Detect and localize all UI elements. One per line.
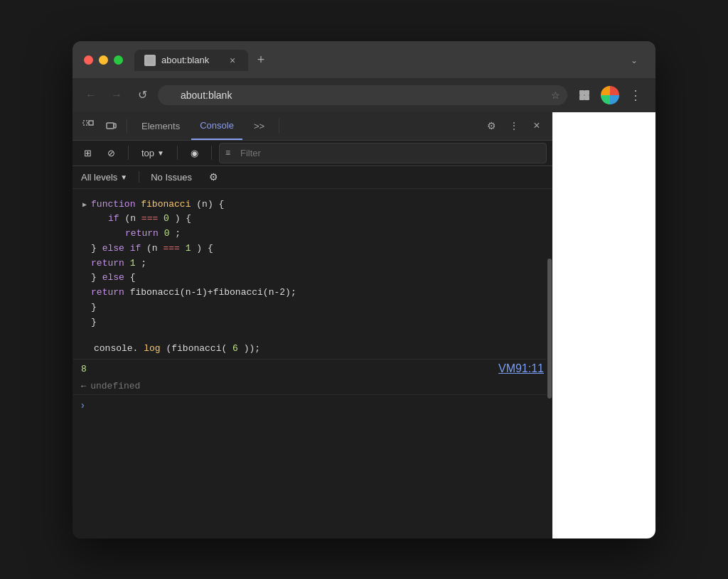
tab-elements[interactable]: Elements — [133, 112, 188, 141]
svg-rect-0 — [146, 57, 154, 64]
output-row: 8 VM91:11 — [73, 359, 552, 378]
title-bar: about:blank × + ⌄ — [73, 41, 655, 78]
main-content: Elements Console >> ⚙ ⋮ × — [73, 112, 655, 539]
back-button[interactable]: ← — [81, 85, 101, 105]
browser-window: about:blank × + ⌄ ← → ↺ ⓘ ☆ — [73, 41, 655, 539]
filter-icon: ≡ — [225, 148, 230, 158]
new-tab-button[interactable]: + — [251, 50, 271, 70]
code-line-9: } — [91, 315, 296, 330]
console-clear-button[interactable]: ⊘ — [102, 145, 121, 161]
toolbar-icons: ⋮ — [573, 84, 647, 107]
levels-dropdown[interactable]: All levels ▼ — [81, 172, 127, 183]
svg-rect-8 — [114, 124, 116, 128]
code-line-2: if (n === 0 ) { — [91, 212, 296, 227]
code-line-6: } else { — [91, 271, 296, 286]
device-toolbar-icon[interactable] — [101, 116, 121, 136]
code-content: function fibonacci (n) { if (n === 0 ) { — [91, 197, 296, 330]
filter-input[interactable] — [235, 146, 540, 161]
address-wrapper: ⓘ ☆ — [158, 85, 567, 105]
console-context-selector[interactable]: top ▼ — [136, 145, 170, 161]
svg-rect-6 — [89, 121, 93, 125]
maximize-button[interactable] — [114, 55, 123, 65]
forward-button[interactable]: → — [107, 85, 127, 105]
tab-dropdown-button[interactable]: ⌄ — [624, 50, 644, 70]
svg-rect-5 — [83, 121, 87, 125]
tab-close-button[interactable]: × — [227, 55, 238, 66]
devtools-toolbar: Elements Console >> ⚙ ⋮ × — [73, 112, 552, 141]
svg-rect-7 — [107, 123, 114, 129]
active-tab[interactable]: about:blank × — [134, 50, 248, 71]
separator5 — [211, 146, 212, 160]
vm-link[interactable]: VM91:11 — [498, 362, 544, 375]
devtools-panel: Elements Console >> ⚙ ⋮ × — [73, 112, 552, 539]
undefined-text: undefined — [90, 381, 140, 391]
code-line-5: return 1 ; — [91, 256, 296, 271]
console-sidebar-button[interactable]: ⊞ — [78, 145, 97, 161]
close-button[interactable] — [84, 55, 93, 65]
code-line-1: function fibonacci (n) { — [91, 197, 296, 212]
separator4 — [177, 146, 178, 160]
profile-button[interactable] — [599, 84, 621, 107]
code-line-8: } — [91, 301, 296, 315]
separator2 — [279, 119, 279, 133]
console-input-row: › — [73, 394, 552, 415]
code-line-4: } else if (n === 1 ) { — [91, 242, 296, 256]
svg-rect-4 — [584, 95, 589, 100]
tab-more[interactable]: >> — [245, 112, 273, 141]
console-eye-button[interactable]: ◉ — [185, 145, 204, 161]
console-toolbar: ⊞ ⊘ top ▼ ◉ ≡ — [73, 141, 552, 166]
profile-icon — [601, 86, 619, 104]
code-line-7: return fibonacci(n-1)+fibonacci(n-2); — [91, 286, 296, 301]
reload-button[interactable]: ↺ — [132, 85, 152, 105]
tab-bar: about:blank × + ⌄ — [134, 50, 644, 71]
output-number: 8 — [81, 364, 87, 374]
levels-bar: All levels ▼ No Issues ⚙ — [73, 166, 552, 189]
log-call-line: console. log (fibonacci( 6 )); — [73, 339, 552, 359]
address-bar: ← → ↺ ⓘ ☆ ⋮ — [73, 78, 655, 112]
tab-title: about:blank — [161, 55, 209, 65]
tab-favicon — [144, 55, 156, 66]
bookmark-icon[interactable]: ☆ — [551, 90, 560, 101]
console-prompt-icon: › — [81, 399, 85, 411]
expand-arrow[interactable]: ▶ — [82, 200, 87, 211]
separator3 — [128, 146, 129, 160]
issues-settings-icon[interactable]: ⚙ — [203, 167, 223, 187]
inspect-element-icon[interactable] — [78, 116, 98, 136]
scrollbar-track[interactable] — [547, 189, 552, 539]
code-line-3: return 0 ; — [91, 227, 296, 242]
page-content — [552, 112, 655, 539]
devtools-close-button[interactable]: × — [527, 116, 547, 136]
svg-rect-2 — [584, 90, 589, 95]
scrollbar-thumb[interactable] — [547, 259, 552, 399]
return-arrow: ← — [81, 382, 86, 391]
no-issues-label: No Issues — [151, 172, 192, 183]
devtools-settings-button[interactable]: ⚙ — [481, 116, 501, 136]
menu-button[interactable]: ⋮ — [624, 84, 647, 107]
code-block-function: ▶ function fibonacci (n) { if (n === — [73, 195, 552, 333]
svg-rect-3 — [579, 95, 584, 100]
svg-rect-1 — [579, 90, 584, 95]
levels-divider — [139, 171, 139, 183]
tab-console[interactable]: Console — [191, 112, 242, 141]
console-output: ▶ function fibonacci (n) { if (n === — [73, 189, 552, 539]
traffic-lights — [84, 55, 123, 65]
address-input[interactable] — [158, 85, 567, 105]
undefined-line: ← undefined — [73, 378, 552, 394]
separator — [127, 119, 127, 133]
minimize-button[interactable] — [99, 55, 108, 65]
extensions-icon-btn[interactable] — [573, 84, 596, 107]
devtools-more-button[interactable]: ⋮ — [504, 116, 524, 136]
